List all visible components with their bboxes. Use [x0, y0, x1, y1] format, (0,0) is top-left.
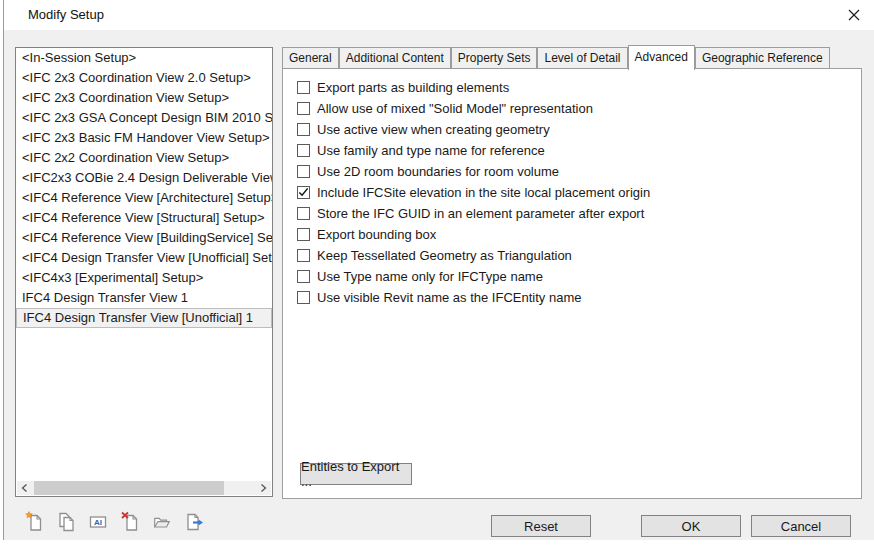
scroll-left-arrow-icon[interactable]: [17, 481, 33, 495]
tab-geographic-reference[interactable]: Geographic Reference: [695, 47, 830, 69]
checkbox[interactable]: [297, 228, 310, 241]
ok-button[interactable]: OK: [641, 515, 741, 537]
option-label[interactable]: Store the IFC GUID in an element paramet…: [317, 206, 644, 221]
setup-list-item[interactable]: <IFC 2x3 Basic FM Handover View Setup>: [16, 128, 272, 148]
option-label[interactable]: Allow use of mixed "Solid Model" represe…: [317, 101, 593, 116]
setup-list-item[interactable]: <IFC4x3 [Experimental] Setup>: [16, 268, 272, 288]
tab-advanced[interactable]: Advanced: [628, 45, 695, 70]
setup-list-item[interactable]: IFC4 Design Transfer View [Unofficial] 1: [16, 308, 272, 328]
option-tessellated-geometry[interactable]: Keep Tessellated Geometry as Triangulati…: [297, 245, 572, 266]
setup-list: <In-Session Setup> <IFC 2x3 Coordination…: [15, 47, 273, 497]
tab-additional-content[interactable]: Additional Content: [339, 47, 451, 69]
option-label[interactable]: Use Type name only for IFCType name: [317, 269, 543, 284]
option-family-type-name[interactable]: Use family and type name for reference: [297, 140, 545, 161]
scroll-right-arrow-icon[interactable]: [255, 481, 271, 495]
tab-strip: General Additional Content Property Sets…: [282, 47, 830, 68]
checkbox[interactable]: [297, 291, 310, 304]
option-label[interactable]: Use visible Revit name as the IFCEntity …: [317, 290, 581, 305]
checkbox[interactable]: [297, 123, 310, 136]
checkbox[interactable]: [297, 207, 310, 220]
reset-button[interactable]: Reset: [491, 515, 591, 537]
tab-level-of-detail[interactable]: Level of Detail: [537, 47, 627, 69]
setup-list-item[interactable]: <In-Session Setup>: [16, 48, 272, 68]
horizontal-scrollbar[interactable]: [17, 481, 271, 495]
setup-list-item[interactable]: <IFC4 Design Transfer View [Unofficial] …: [16, 248, 272, 268]
option-label[interactable]: Export bounding box: [317, 227, 436, 242]
option-visible-revit-name[interactable]: Use visible Revit name as the IFCEntity …: [297, 287, 581, 308]
entities-to-export-button[interactable]: Entities to Export ...: [300, 463, 412, 485]
option-label[interactable]: Include IFCSite elevation in the site lo…: [317, 185, 650, 200]
setup-list-item[interactable]: <IFC4 Reference View [BuildingService] S…: [16, 228, 272, 248]
advanced-tab-panel: Export parts as building elements Allow …: [282, 68, 862, 499]
option-type-name-only[interactable]: Use Type name only for IFCType name: [297, 266, 543, 287]
setup-list-item[interactable]: <IFC4 Reference View [Architecture] Setu…: [16, 188, 272, 208]
option-bounding-box[interactable]: Export bounding box: [297, 224, 436, 245]
checkbox[interactable]: [297, 102, 310, 115]
option-label[interactable]: Use active view when creating geometry: [317, 122, 550, 137]
dialog-title: Modify Setup: [28, 7, 104, 22]
setup-list-item[interactable]: <IFC2x3 COBie 2.4 Design Deliverable Vie…: [16, 168, 272, 188]
option-label[interactable]: Use family and type name for reference: [317, 143, 545, 158]
option-ifcsite-elevation[interactable]: Include IFCSite elevation in the site lo…: [297, 182, 650, 203]
option-store-guid[interactable]: Store the IFC GUID in an element paramet…: [297, 203, 644, 224]
option-label[interactable]: Use 2D room boundaries for room volume: [317, 164, 559, 179]
setup-list-item[interactable]: <IFC4 Reference View [Structural] Setup>: [16, 208, 272, 228]
checkbox[interactable]: [297, 81, 310, 94]
setup-toolbar: AI: [24, 511, 204, 533]
option-export-parts[interactable]: Export parts as building elements: [297, 77, 509, 98]
svg-text:AI: AI: [94, 518, 102, 527]
setup-list-item[interactable]: <IFC 2x3 GSA Concept Design BIM 2010 Set…: [16, 108, 272, 128]
option-label[interactable]: Export parts as building elements: [317, 80, 509, 95]
duplicate-setup-icon[interactable]: [56, 511, 76, 533]
new-setup-icon[interactable]: [24, 511, 44, 533]
delete-setup-icon[interactable]: [120, 511, 140, 533]
checkbox[interactable]: [297, 144, 310, 157]
option-solid-model[interactable]: Allow use of mixed "Solid Model" represe…: [297, 98, 593, 119]
checkbox[interactable]: [297, 165, 310, 178]
tab-property-sets[interactable]: Property Sets: [451, 47, 538, 69]
setup-list-item[interactable]: <IFC 2x2 Coordination View Setup>: [16, 148, 272, 168]
checkbox[interactable]: [297, 270, 310, 283]
scrollbar-thumb[interactable]: [34, 481, 224, 495]
modify-setup-dialog: Modify Setup <In-Session Setup> <IFC 2x3…: [3, 0, 874, 540]
rename-setup-icon[interactable]: AI: [88, 511, 108, 533]
option-active-view[interactable]: Use active view when creating geometry: [297, 119, 550, 140]
setup-list-item[interactable]: <IFC 2x3 Coordination View 2.0 Setup>: [16, 68, 272, 88]
tab-general[interactable]: General: [282, 47, 339, 69]
open-setup-icon[interactable]: [152, 511, 172, 533]
checkbox[interactable]: [297, 249, 310, 262]
title-bar: Modify Setup: [4, 0, 874, 30]
setup-list-item[interactable]: <IFC 2x3 Coordination View Setup>: [16, 88, 272, 108]
close-icon[interactable]: [844, 5, 864, 25]
export-setup-icon[interactable]: [184, 511, 204, 533]
cancel-button[interactable]: Cancel: [751, 515, 851, 537]
option-2d-room-boundaries[interactable]: Use 2D room boundaries for room volume: [297, 161, 559, 182]
setup-list-item[interactable]: IFC4 Design Transfer View 1: [16, 288, 272, 308]
option-label[interactable]: Keep Tessellated Geometry as Triangulati…: [317, 248, 572, 263]
checkbox[interactable]: [297, 186, 310, 199]
